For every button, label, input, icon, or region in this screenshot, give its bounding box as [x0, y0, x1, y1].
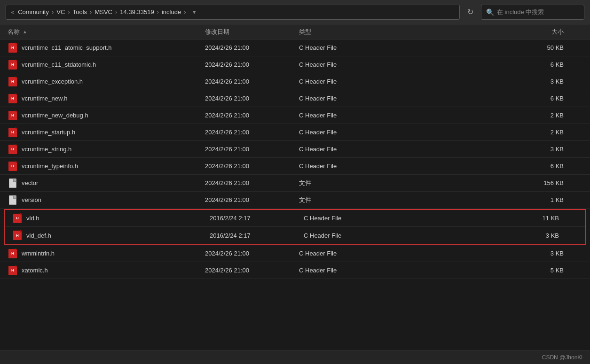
address-path[interactable]: « Community › VC › Tools › MSVC › 14.39.… [6, 5, 460, 20]
table-row[interactable]: Hvld.h2016/2/24 2:17C Header File11 KB [5, 210, 585, 227]
search-box[interactable]: 🔍 在 include 中搜索 [481, 5, 584, 20]
path-include[interactable]: include [162, 8, 181, 15]
table-row[interactable]: Hvcruntime_exception.h2024/2/26 21:00C H… [0, 73, 590, 90]
highlight-group: Hvld.h2016/2/24 2:17C Header File11 KBHv… [4, 209, 586, 245]
file-size: 6 KB [393, 163, 582, 170]
table-row[interactable]: Hvcruntime_string.h2024/2/26 21:00C Head… [0, 141, 590, 158]
file-name: vector [22, 179, 205, 186]
file-size: 5 KB [393, 267, 582, 274]
file-type: C Header File [304, 232, 398, 239]
table-row[interactable]: version2024/2/26 21:00文件1 KB [0, 192, 590, 209]
col-header-size[interactable]: 大小 [393, 28, 582, 36]
path-community[interactable]: Community [18, 8, 49, 15]
cheader-icon: H [8, 144, 18, 155]
file-size: 3 KB [393, 250, 582, 257]
file-name: version [22, 196, 205, 203]
refresh-button[interactable]: ↻ [464, 6, 477, 18]
cheader-icon: H [12, 213, 23, 224]
file-size: 2 KB [393, 129, 582, 136]
file-date: 2024/2/26 21:00 [205, 267, 299, 274]
path-back[interactable]: « [11, 8, 14, 15]
file-date: 2016/2/24 2:17 [210, 232, 304, 239]
path-version[interactable]: 14.39.33519 [120, 8, 154, 15]
cheader-icon: H [8, 248, 18, 259]
cheader-icon: H [12, 230, 23, 240]
col-header-type[interactable]: 类型 [299, 28, 393, 36]
status-bar: CSDN @JhonKl [0, 350, 590, 364]
search-placeholder: 在 include 中搜索 [497, 8, 544, 16]
file-date: 2024/2/26 21:00 [205, 163, 299, 170]
credit-text: CSDN @JhonKl [542, 354, 582, 361]
file-date: 2024/2/26 21:00 [205, 179, 299, 186]
file-icon [8, 195, 18, 205]
table-row[interactable]: Hvcruntime_startup.h2024/2/26 21:00C Hea… [0, 124, 590, 141]
file-icon [8, 178, 18, 188]
file-name: wmmintrin.h [22, 250, 205, 257]
path-msvc[interactable]: MSVC [94, 8, 112, 15]
file-type: C Header File [299, 267, 393, 274]
cheader-icon: H [8, 110, 18, 121]
file-name: vcruntime_new_debug.h [22, 112, 205, 119]
file-name: vcruntime_typeinfo.h [22, 163, 205, 170]
file-type: C Header File [299, 78, 393, 85]
file-name: vcruntime_new.h [22, 95, 205, 102]
file-name: vld.h [26, 215, 210, 222]
file-name: vld_def.h [26, 232, 210, 239]
file-date: 2024/2/26 21:00 [205, 112, 299, 119]
file-date: 2024/2/26 21:00 [205, 146, 299, 153]
table-row[interactable]: Hvcruntime_new.h2024/2/26 21:00C Header … [0, 90, 590, 107]
file-size: 3 KB [393, 78, 582, 85]
file-date: 2024/2/26 21:00 [205, 44, 299, 51]
file-list: Hvcruntime_c11_atomic_support.h2024/2/26… [0, 39, 590, 350]
file-name: xatomic.h [22, 267, 205, 274]
table-row[interactable]: Hvcruntime_typeinfo.h2024/2/26 21:00C He… [0, 158, 590, 175]
table-row[interactable]: Hvcruntime_c11_stdatomic.h2024/2/26 21:0… [0, 56, 590, 73]
table-row[interactable]: Hxatomic.h2024/2/26 21:00C Header File5 … [0, 262, 590, 279]
search-icon: 🔍 [486, 8, 494, 16]
file-size: 156 KB [393, 179, 582, 186]
cheader-icon: H [8, 43, 18, 53]
path-dropdown-icon[interactable]: ▾ [193, 8, 196, 15]
address-bar: « Community › VC › Tools › MSVC › 14.39.… [0, 0, 590, 24]
table-row[interactable]: Hvcruntime_c11_atomic_support.h2024/2/26… [0, 39, 590, 56]
path-vc[interactable]: VC [56, 8, 65, 15]
file-size: 1 KB [393, 196, 582, 203]
file-size: 50 KB [393, 44, 582, 51]
file-size: 6 KB [393, 95, 582, 102]
cheader-icon: H [8, 127, 18, 138]
cheader-icon: H [8, 93, 18, 104]
file-type: C Header File [304, 215, 398, 222]
file-type: 文件 [299, 196, 393, 204]
file-name: vcruntime_string.h [22, 146, 205, 153]
col-header-date[interactable]: 修改日期 [205, 28, 299, 36]
file-type: C Header File [299, 146, 393, 153]
file-type: C Header File [299, 250, 393, 257]
file-type: C Header File [299, 44, 393, 51]
file-name: vcruntime_startup.h [22, 129, 205, 136]
file-date: 2024/2/26 21:00 [205, 196, 299, 203]
file-size: 3 KB [393, 146, 582, 153]
file-size: 6 KB [393, 61, 582, 68]
table-row[interactable]: Hvld_def.h2016/2/24 2:17C Header File3 K… [5, 227, 585, 244]
file-size: 2 KB [393, 112, 582, 119]
cheader-icon: H [8, 77, 18, 87]
cheader-icon: H [8, 60, 18, 70]
table-row[interactable]: Hwmmintrin.h2024/2/26 21:00C Header File… [0, 245, 590, 262]
table-row[interactable]: Hvcruntime_new_debug.h2024/2/26 21:00C H… [0, 107, 590, 124]
file-date: 2024/2/26 21:00 [205, 129, 299, 136]
file-type: C Header File [299, 95, 393, 102]
file-name: vcruntime_exception.h [22, 78, 205, 85]
file-date: 2024/2/26 21:00 [205, 61, 299, 68]
file-type: C Header File [299, 112, 393, 119]
file-name: vcruntime_c11_stdatomic.h [22, 61, 205, 68]
sort-arrow-icon: ▲ [23, 29, 27, 34]
file-size: 11 KB [398, 215, 578, 222]
path-tools[interactable]: Tools [73, 8, 87, 15]
file-name: vcruntime_c11_atomic_support.h [22, 44, 205, 51]
file-type: C Header File [299, 129, 393, 136]
file-type: C Header File [299, 61, 393, 68]
file-type: 文件 [299, 179, 393, 187]
col-header-name[interactable]: 名称 ▲ [8, 28, 205, 36]
table-row[interactable]: vector2024/2/26 21:00文件156 KB [0, 175, 590, 192]
cheader-icon: H [8, 265, 18, 276]
